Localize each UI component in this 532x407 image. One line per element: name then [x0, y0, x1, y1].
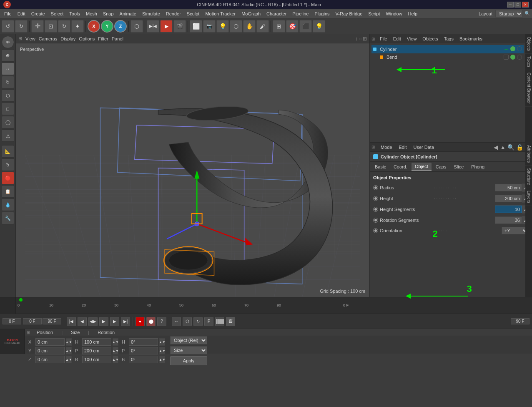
size-select[interactable]: Size — [170, 346, 207, 354]
tab-file[interactable]: File — [377, 35, 390, 42]
object-item-bend[interactable]: Bend — [378, 53, 524, 61]
tab-tags[interactable]: Tags — [442, 35, 456, 42]
object-rel-select[interactable]: Object (Rel) — [170, 336, 207, 344]
tab-edit[interactable]: Edit — [391, 35, 404, 42]
menu-help[interactable]: Help — [406, 10, 420, 17]
menu-mesh[interactable]: Mesh — [83, 10, 100, 17]
viewport-tab-display[interactable]: Display — [60, 36, 75, 41]
radius-radio[interactable] — [373, 185, 378, 190]
menu-plugins[interactable]: Plugins — [312, 10, 332, 17]
size-h-input[interactable] — [82, 338, 111, 346]
next-frame-button[interactable]: ▶ — [110, 317, 119, 326]
rot-p-input[interactable] — [129, 347, 158, 354]
attr-lock-icon[interactable]: 🔒 — [516, 144, 523, 151]
move-tool-button[interactable]: ✛ — [31, 20, 44, 33]
move-time-btn[interactable]: ↔ — [172, 317, 181, 326]
size-b-input[interactable] — [82, 356, 111, 363]
pos-x-input[interactable] — [35, 338, 65, 346]
cone-btn[interactable]: △ — [2, 129, 14, 142]
viewport[interactable]: Perspective — [16, 43, 369, 297]
redo-button[interactable]: ↻ — [15, 20, 28, 33]
search-icon[interactable]: 🔍 — [524, 11, 530, 16]
height-seg-radio[interactable] — [373, 207, 378, 212]
pos-z-stepper[interactable]: ▲▼ — [66, 356, 72, 363]
object-item-cylinder[interactable]: Cylinder → — [371, 45, 524, 53]
rot-h-stepper[interactable]: ▲▼ — [159, 338, 165, 346]
rot-seg-radio[interactable] — [373, 218, 378, 223]
viewport-tab-cameras[interactable]: Cameras — [39, 36, 58, 41]
maximize-button[interactable]: □ — [514, 2, 521, 8]
size-p-input[interactable] — [82, 347, 111, 354]
goto-start-button[interactable]: |◀ — [67, 317, 76, 326]
display-btn[interactable]: 💡 — [313, 20, 325, 33]
attr-tab-coord[interactable]: Coord. — [390, 163, 411, 171]
vtab-attributes[interactable]: Attributes — [525, 143, 532, 166]
size-h-stepper[interactable]: ▲▼ — [113, 338, 118, 346]
snap-tool-btn[interactable]: 📐 — [2, 145, 14, 158]
viewport-icon-btn[interactable]: 👁 — [2, 36, 14, 48]
pos-y-stepper[interactable]: ▲▼ — [66, 347, 72, 354]
menu-sculpt[interactable]: Sculpt — [184, 10, 202, 17]
object-mode-button[interactable]: ⬡ — [130, 20, 143, 33]
menu-motion-tracker[interactable]: Motion Tracker — [203, 10, 238, 17]
viewport-tab-options[interactable]: Options — [79, 36, 95, 41]
render-btn[interactable]: 🎬 — [173, 20, 186, 33]
vtab-content[interactable]: Content Browser — [525, 70, 532, 106]
light-btn[interactable]: 💡 — [216, 20, 229, 33]
rot-p-stepper[interactable]: ▲▼ — [159, 347, 165, 354]
prev-frame-button[interactable]: ◀ — [78, 317, 87, 326]
rot-b-stepper[interactable]: ▲▼ — [159, 356, 165, 363]
apply-button[interactable]: Apply — [170, 356, 207, 365]
scale-time-btn[interactable]: ⬡ — [183, 317, 192, 326]
menu-edit[interactable]: Edit — [15, 10, 28, 17]
sphere-btn[interactable]: ◯ — [2, 116, 14, 128]
menu-render[interactable]: Render — [163, 10, 183, 17]
scale-btn[interactable]: ⬡ — [2, 89, 14, 102]
scale-tool-button[interactable]: ⊡ — [45, 20, 57, 33]
record-btn[interactable]: ● — [136, 317, 145, 326]
grid-btn[interactable]: ⊞ — [273, 20, 285, 33]
snap-btn[interactable]: 🎯 — [286, 20, 299, 33]
paint-tool-btn[interactable]: 🔴 — [2, 172, 14, 184]
attr-tab-slice[interactable]: Slice — [450, 163, 467, 171]
rotation-segments-value[interactable] — [495, 216, 522, 224]
rotate-btn[interactable]: ↻ — [2, 76, 14, 88]
play-forward-button[interactable]: ▶ — [99, 317, 108, 326]
material-btn[interactable]: ⬡ — [230, 20, 242, 33]
size-p-stepper[interactable]: ▲▼ — [113, 347, 118, 354]
cube-tool-btn[interactable]: □ — [2, 103, 14, 115]
attr-nav-fwd[interactable]: ▲ — [500, 144, 506, 151]
frame-end-input[interactable] — [511, 318, 529, 324]
size-b-stepper[interactable]: ▲▼ — [113, 356, 118, 363]
attr-tab-object[interactable]: Object — [412, 163, 432, 171]
move-btn[interactable]: ↔ — [2, 63, 14, 75]
motion-btn[interactable] — [215, 317, 224, 326]
vtab-objects[interactable]: Objects — [525, 34, 532, 54]
vtab-structure[interactable]: Structure — [525, 166, 532, 188]
height-value[interactable] — [495, 195, 522, 202]
tab-view[interactable]: View — [404, 35, 419, 42]
camera-btn[interactable]: 📷 — [203, 20, 216, 33]
frame-current-input[interactable] — [23, 318, 42, 324]
attr-user-data[interactable]: User Data — [411, 144, 437, 151]
key-btn[interactable]: P — [204, 317, 213, 326]
viewport-tab-panel[interactable]: Panel — [112, 36, 123, 41]
transform-tool-button[interactable]: ✦ — [71, 20, 84, 33]
frame-start-input[interactable] — [3, 318, 21, 324]
axis-z-button[interactable]: Z — [114, 20, 127, 33]
viewport-tab-view[interactable]: View — [25, 36, 35, 41]
frame-icon-btn[interactable]: 🖼 — [226, 317, 235, 326]
auto-key-btn[interactable]: ⬤ — [146, 317, 156, 326]
play-back-button[interactable]: ◀▶ — [88, 317, 98, 326]
viewport-tab-filter[interactable]: Filter — [98, 36, 108, 41]
layout-dropdown[interactable]: Startup — [495, 10, 523, 18]
attr-search-icon[interactable]: 🔍 — [507, 144, 514, 151]
attr-mode[interactable]: Mode — [378, 144, 395, 151]
cube-btn[interactable]: ⬜ — [190, 20, 202, 33]
menu-select[interactable]: Select — [48, 10, 66, 17]
copy-btn[interactable]: 📋 — [2, 185, 14, 198]
tab-objects[interactable]: Objects — [420, 35, 440, 42]
sculpt-btn[interactable]: ✋ — [243, 20, 256, 33]
select-tool-btn[interactable]: ⊕ — [2, 49, 14, 62]
tab-bookmarks[interactable]: Bookmarks — [457, 35, 485, 42]
